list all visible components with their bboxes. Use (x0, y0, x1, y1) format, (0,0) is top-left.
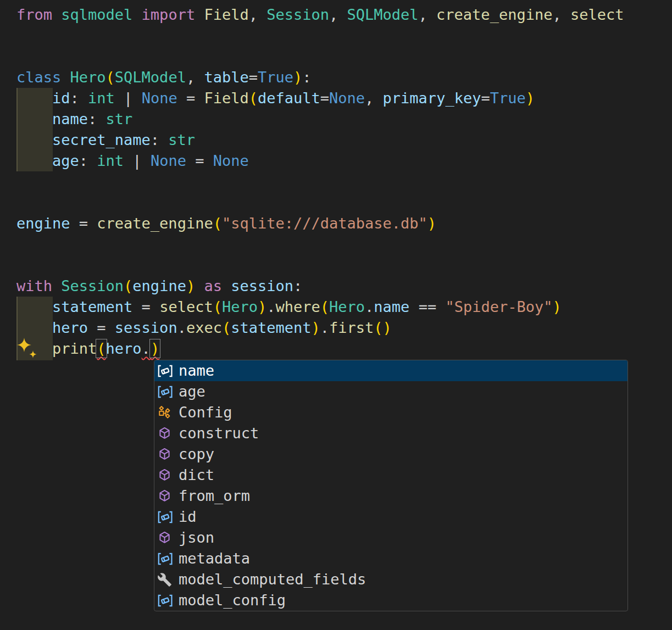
code-token (132, 6, 141, 23)
code-token: : (293, 277, 302, 294)
code-token: hero (106, 340, 142, 357)
code-line-13 (16, 255, 624, 276)
code-line-9 (16, 171, 624, 192)
code-line-11: engine = create_engine("sqlite:///databa… (16, 213, 624, 234)
suggest-item-copy[interactable]: copy (154, 444, 627, 465)
code-token: "sqlite:///database.db" (222, 215, 427, 232)
code-token: ) (383, 319, 392, 336)
code-token: ( (106, 69, 115, 86)
code-token: = (70, 215, 97, 232)
code-token: name (374, 298, 409, 315)
code-line-17: print(hero.) (16, 338, 624, 359)
suggest-item-label: Config (179, 402, 232, 423)
code-token: . (320, 319, 329, 336)
code-token: "Spider-Boy" (445, 298, 552, 315)
code-token: . (142, 340, 151, 357)
code-token: None (151, 152, 186, 169)
code-token: = (177, 90, 204, 107)
suggest-widget[interactable]: nameageConfigconstructcopydictfrom_ormid… (154, 360, 628, 611)
code-token: ) (293, 69, 302, 86)
code-token (16, 152, 52, 169)
code-token: : (302, 69, 311, 86)
code-token: | (115, 90, 142, 107)
suggest-item-label: json (179, 527, 214, 548)
code-token: import (142, 6, 196, 23)
code-token (61, 69, 70, 86)
suggest-item-from_orm[interactable]: from_orm (154, 486, 627, 506)
code-token: table (204, 69, 248, 86)
code-token: : (70, 90, 88, 107)
code-token: statement (231, 319, 311, 336)
code-token (52, 6, 61, 23)
code-token: = (88, 319, 115, 336)
suggest-item-metadata[interactable]: metadata (154, 548, 627, 569)
code-token: , (365, 90, 383, 107)
suggest-item-Config[interactable]: Config (154, 402, 627, 423)
code-token: default (258, 90, 320, 107)
code-token: int (97, 152, 124, 169)
symbol-method-icon (157, 425, 177, 442)
symbol-method-icon (157, 488, 177, 504)
code-token: == (409, 298, 445, 315)
suggest-item-id[interactable]: id (154, 506, 627, 527)
suggest-item-label: name (179, 360, 214, 381)
code-token: first (329, 319, 374, 336)
code-token: create_engine (436, 6, 552, 23)
code-token: = (249, 69, 258, 86)
code-token: Hero (222, 298, 258, 315)
code-token (52, 277, 61, 294)
code-token: exec (186, 319, 222, 336)
code-token: print (52, 340, 97, 357)
code-token: str (106, 110, 133, 127)
suggest-item-age[interactable]: age (154, 381, 627, 402)
code-token: True (258, 69, 293, 86)
suggest-item-construct[interactable]: construct (154, 423, 627, 444)
code-token: . (266, 298, 275, 315)
code-token: , (249, 6, 267, 23)
code-token (16, 110, 52, 127)
code-token: = (186, 152, 213, 169)
symbol-field-icon (157, 550, 177, 567)
code-token: . (177, 319, 186, 336)
code-token: . (365, 298, 374, 315)
code-token: ( (320, 298, 329, 315)
code-token: Field (204, 90, 248, 107)
code-area[interactable]: from sqlmodel import Field, Session, SQL… (16, 4, 624, 359)
suggest-item-name[interactable]: name (154, 360, 627, 381)
suggest-item-model_computed_fields[interactable]: model_computed_fields (154, 569, 627, 590)
code-token: ( (124, 277, 132, 294)
code-token: class (16, 69, 61, 86)
code-token: sqlmodel (61, 6, 132, 23)
suggest-item-model_config[interactable]: model_config (154, 590, 627, 611)
code-token: : (151, 131, 169, 148)
suggest-item-json[interactable]: json (154, 527, 627, 548)
code-token: name (52, 110, 88, 127)
code-token: : (88, 110, 106, 127)
code-editor[interactable]: from sqlmodel import Field, Session, SQL… (0, 0, 672, 630)
code-token: engine (16, 215, 70, 232)
code-token: ) (427, 215, 436, 232)
code-line-7: secret_name: str (16, 130, 624, 150)
code-token: from (16, 6, 52, 23)
suggest-item-label: id (179, 506, 197, 527)
code-token: ( (374, 319, 382, 336)
symbol-class-icon (157, 404, 177, 421)
symbol-field-icon (157, 363, 177, 379)
code-line-16: hero = session.exec(statement).first() (16, 317, 624, 338)
code-line-4: class Hero(SQLModel, table=True): (16, 67, 624, 88)
code-token: create_engine (97, 215, 213, 232)
code-token: ) (312, 319, 320, 336)
copilot-sparkle-icon[interactable] (15, 336, 39, 360)
code-token: with (16, 277, 52, 294)
code-token: True (490, 90, 526, 107)
code-token: ( (222, 319, 231, 336)
code-token: engine (132, 277, 186, 294)
code-token: as (204, 277, 222, 294)
suggest-item-dict[interactable]: dict (154, 465, 627, 486)
suggest-item-label: model_config (179, 590, 286, 611)
code-token: ( (249, 90, 258, 107)
code-line-12 (16, 234, 624, 255)
code-token (195, 277, 204, 294)
code-token: ( (213, 215, 222, 232)
suggest-item-label: model_computed_fields (179, 569, 366, 590)
